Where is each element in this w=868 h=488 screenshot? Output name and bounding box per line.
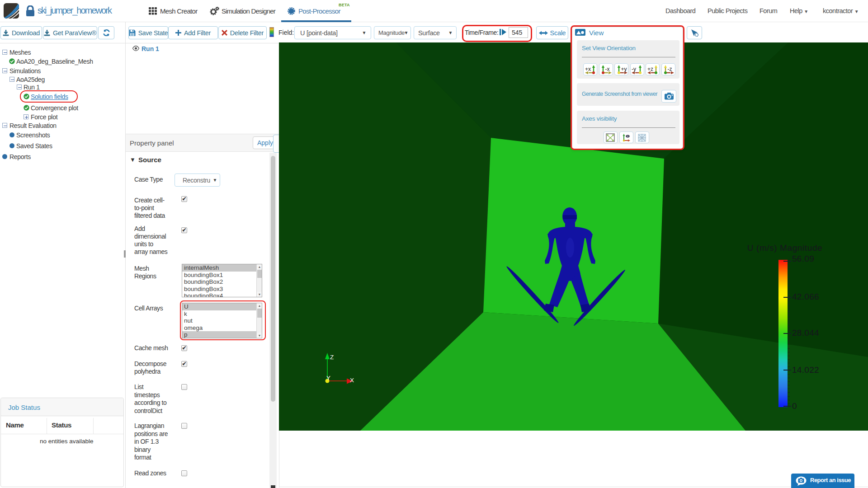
svg-text:X: X (350, 377, 354, 384)
svg-text:Z: Z (330, 354, 334, 361)
svg-text:Y: Y (326, 375, 330, 381)
